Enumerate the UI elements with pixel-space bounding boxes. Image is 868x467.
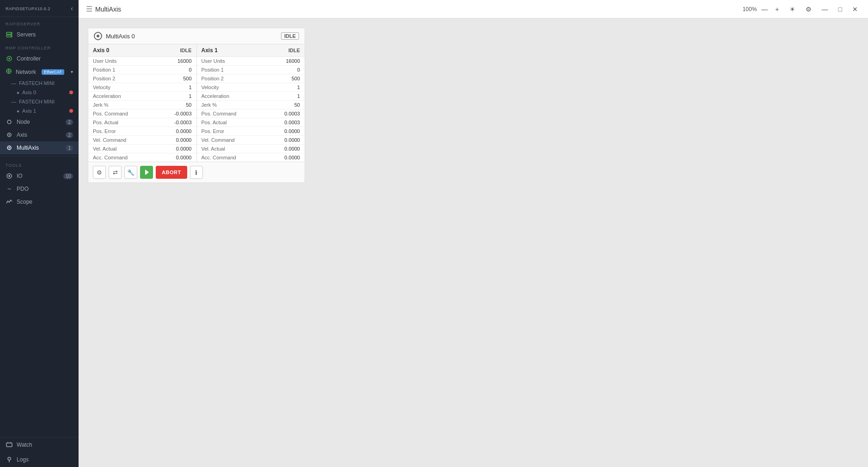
sidebar-item-axis0[interactable]: ● Axis 0	[0, 88, 79, 97]
svg-point-3	[11, 36, 12, 36]
sidebar: RAPIDSETUPX10.6.2 ‹ RAPIDSERVER Servers …	[0, 0, 79, 467]
sidebar-item-pdo[interactable]: ~ PDO	[0, 182, 79, 195]
network-chevron: ▾	[71, 69, 73, 74]
multiaxis-status-badge: IDLE	[281, 32, 299, 40]
svg-marker-20	[145, 170, 149, 175]
sidebar-item-servers[interactable]: Servers	[0, 28, 79, 41]
axis-0-row-pos2: Position 2 500	[88, 74, 196, 83]
fastech-mini-2-expand: —	[11, 99, 16, 104]
app-logo: RAPIDSETUPX10.6.2	[6, 6, 50, 11]
node-label: Node	[17, 119, 30, 125]
axis-1-row-jerk: Jerk % 50	[197, 101, 305, 109]
axis-1-row-posactual: Pos. Actual 0.0003	[197, 118, 305, 127]
zoom-plus-button[interactable]: +	[772, 5, 782, 14]
sidebar-item-scope[interactable]: Scope	[0, 195, 79, 208]
axis-0-header: Axis 0 IDLE	[88, 44, 196, 57]
pdo-label: PDO	[17, 186, 29, 192]
abort-button[interactable]: ABORT	[156, 166, 187, 179]
controller-label: Controller	[17, 55, 41, 62]
fastech-mini-1-label: FASTECH MINI	[19, 80, 55, 86]
info-toolbar-button[interactable]: ℹ	[190, 166, 203, 179]
axis0-label: Axis 0	[22, 90, 36, 95]
titlebar-controls: 100% — + ☀ ⚙ — □ ✕	[743, 5, 861, 14]
main-content: ☰ MultiAxis 100% — + ☀ ⚙ — □ ✕ MultiAxis…	[79, 0, 868, 467]
multiaxis-badge: 1	[66, 145, 73, 151]
axis-0-row-pos1: Position 1 0	[88, 66, 196, 74]
sidebar-item-io[interactable]: IO 10	[0, 170, 79, 182]
axis-0-row-velcommand: Vel. Command 0.0000	[88, 136, 196, 145]
axis-1-row-acceleration: Acceleration 1	[197, 92, 305, 101]
settings-toolbar-button[interactable]: ⚙	[93, 166, 106, 179]
axis-1-row-poserror: Pos. Error 0.0000	[197, 127, 305, 136]
axis-0-name: Axis 0	[93, 47, 109, 54]
pdo-icon: ~	[6, 185, 13, 193]
sidebar-item-axis1[interactable]: ● Axis 1	[0, 106, 79, 115]
scope-label: Scope	[17, 199, 32, 205]
sidebar-header: RAPIDSETUPX10.6.2 ‹	[0, 0, 79, 17]
axis-0-row-userunits: User Units 16000	[88, 57, 196, 66]
controller-icon	[6, 55, 13, 62]
axis-badge: 2	[66, 132, 73, 138]
close-button[interactable]: ✕	[850, 5, 861, 14]
axis-0-row-poscommand: Pos. Command -0.0003	[88, 109, 196, 118]
axis1-status-dot	[69, 109, 73, 113]
titlebar: ☰ MultiAxis 100% — + ☀ ⚙ — □ ✕	[79, 0, 868, 18]
axis-1-row-velactual: Vel. Actual 0.0000	[197, 145, 305, 153]
sidebar-item-node[interactable]: Node 2	[0, 115, 79, 128]
maximize-button[interactable]: □	[836, 5, 845, 14]
zoom-level: 100%	[743, 6, 757, 12]
sidebar-item-multiaxis[interactable]: MultiAxis 1	[0, 141, 79, 154]
wrench-toolbar-button[interactable]: 🔧	[124, 166, 137, 179]
server-icon	[6, 31, 13, 38]
axis-0-row-acceleration: Acceleration 1	[88, 92, 196, 101]
axis-0-row-poserror: Pos. Error 0.0000	[88, 127, 196, 136]
exchange-toolbar-button[interactable]: ⇄	[109, 166, 122, 179]
card-header: MultiAxis 0 IDLE	[88, 28, 305, 44]
content-area: MultiAxis 0 IDLE Axis 0 IDLE User Units …	[79, 18, 868, 467]
svg-rect-15	[6, 443, 12, 447]
multiaxis-card: MultiAxis 0 IDLE Axis 0 IDLE User Units …	[88, 28, 305, 183]
circle-icon-axis1: ●	[17, 109, 19, 114]
watch-icon	[6, 441, 13, 449]
settings-button[interactable]: ⚙	[803, 5, 814, 14]
power-toolbar-button[interactable]	[140, 166, 153, 179]
sidebar-item-network[interactable]: Network EtherCAT ▾	[0, 65, 79, 79]
fastech-mini-2-label: FASTECH MINI	[19, 99, 55, 104]
minimize-button[interactable]: —	[819, 5, 831, 14]
watch-label: Watch	[17, 442, 32, 448]
axis0-status-dot	[69, 91, 73, 94]
logs-icon	[6, 456, 13, 463]
ethercat-badge: EtherCAT	[42, 69, 64, 75]
sidebar-collapse-button[interactable]: ‹	[71, 5, 73, 12]
sidebar-item-watch[interactable]: Watch	[0, 437, 79, 452]
sidebar-item-axis[interactable]: Axis 2	[0, 128, 79, 141]
multiaxis-label: MultiAxis	[17, 145, 39, 151]
svg-point-10	[9, 134, 10, 136]
axis-1-row-userunits: User Units 16000	[197, 57, 305, 66]
svg-point-8	[7, 120, 11, 124]
axis-0-status: IDLE	[180, 48, 191, 53]
sidebar-item-controller[interactable]: Controller	[0, 52, 79, 65]
io-label: IO	[17, 173, 23, 179]
axis-0-row-posactual: Pos. Actual -0.0003	[88, 118, 196, 127]
zoom-minus-button[interactable]: —	[758, 5, 770, 14]
multiaxis-card-icon	[94, 32, 102, 40]
sidebar-item-logs[interactable]: Logs	[0, 452, 79, 467]
axis-0-row-jerk: Jerk % 50	[88, 101, 196, 109]
svg-point-14	[8, 175, 10, 177]
rmp-controller-section-label: RMP CONTROLLER	[0, 41, 79, 52]
node-badge: 2	[66, 119, 73, 125]
axis-0-row-velocity: Velocity 1	[88, 83, 196, 92]
axis-1-row-velocity: Velocity 1	[197, 83, 305, 92]
fastech-mini-2[interactable]: — FASTECH MINI	[0, 97, 79, 106]
axis-1-row-pos1: Position 1 0	[197, 66, 305, 74]
fastech-mini-1[interactable]: — FASTECH MINI	[0, 79, 79, 88]
svg-point-18	[8, 457, 11, 460]
network-icon	[6, 68, 12, 76]
circle-icon-axis0: ●	[17, 90, 19, 95]
axis-1-panel: Axis 1 IDLE User Units 16000 Position 1 …	[197, 44, 305, 162]
brightness-button[interactable]: ☀	[787, 5, 798, 14]
axis-0-panel: Axis 0 IDLE User Units 16000 Position 1 …	[88, 44, 197, 162]
svg-point-5	[8, 58, 10, 60]
io-icon	[6, 172, 13, 180]
